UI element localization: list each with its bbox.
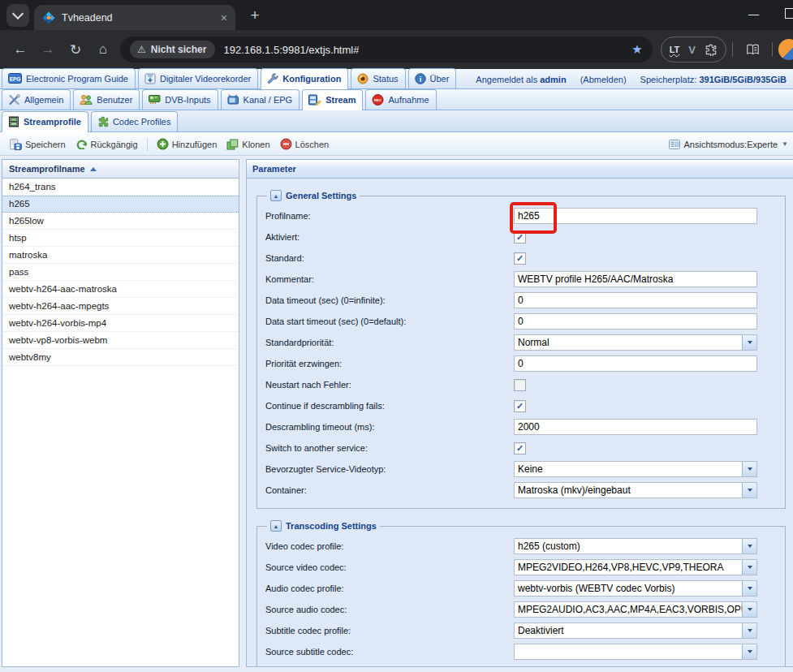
v-extension-icon[interactable]: V xyxy=(688,44,696,56)
field-label: Standard: xyxy=(265,253,514,263)
grid-row-matroska[interactable]: matroska xyxy=(2,247,239,264)
tab-codec-profiles[interactable]: Codec Profiles xyxy=(91,111,179,131)
address-bar[interactable]: ⚠ Nicht sicher 192.168.1.5:9981/extjs.ht… xyxy=(120,37,653,62)
extensions-puzzle-icon[interactable] xyxy=(705,43,718,56)
reading-list-icon[interactable] xyxy=(739,36,766,63)
grid-row-htsp[interactable]: htsp xyxy=(2,230,239,247)
grid-row-h264-trans[interactable]: h264_trans xyxy=(2,179,239,196)
standardpriorit-t-combo[interactable]: Normal xyxy=(514,334,757,351)
tab-status[interactable]: Status xyxy=(351,68,405,88)
extensions-group: LT V xyxy=(661,37,726,62)
field-label: Video codec profile: xyxy=(265,541,514,551)
combo-trigger-icon[interactable] xyxy=(742,644,756,659)
field-label: Audio codec profile: xyxy=(265,584,514,593)
speichern-button[interactable]: Speichern xyxy=(5,136,71,153)
epg-icon: EPG xyxy=(8,73,22,84)
grid-row-webtv-h264-vorbis-mp4[interactable]: webtv-h264-vorbis-mp4 xyxy=(2,315,239,332)
combo-trigger-icon[interactable] xyxy=(742,539,756,554)
reload-button[interactable]: ↻ xyxy=(62,36,89,63)
source-subtitle-codec-combo[interactable] xyxy=(514,644,757,660)
sort-ascending-icon xyxy=(90,167,97,171)
audio-codec-profile-combo[interactable]: webtv-vorbis (WEBTV codec Vorbis) xyxy=(514,580,757,597)
priorit-t-erzwingen-input[interactable]: 0 xyxy=(514,355,757,372)
form-row-data-start-timeout-sec-0-default: Data start timeout (sec) (0=default):0 xyxy=(265,313,777,330)
tab-search-button[interactable] xyxy=(6,4,29,27)
r-ckg-ngig-button[interactable]: Rückgängig xyxy=(71,136,143,152)
rec-icon: REC xyxy=(372,94,384,106)
klonen-button[interactable]: Klonen xyxy=(222,136,274,153)
combo-trigger-icon[interactable] xyxy=(742,560,756,575)
grid-row-h265low[interactable]: h265low xyxy=(2,213,239,230)
form-row-audio-codec-profile: Audio codec profile:webtv-vorbis (WEBTV … xyxy=(265,580,777,597)
bookmark-star-icon[interactable]: ★ xyxy=(631,42,642,57)
switch-to-another-service-checkbox[interactable]: ✓ xyxy=(514,442,526,454)
browser-tab[interactable]: Tvheadend × xyxy=(34,5,235,30)
collapse-icon[interactable]: ▲ xyxy=(270,520,282,532)
close-tab-icon[interactable]: × xyxy=(221,12,227,24)
field-label: Source subtitle codec: xyxy=(265,647,514,657)
combo-trigger-icon[interactable] xyxy=(742,602,756,617)
combo-trigger-icon[interactable] xyxy=(742,623,756,638)
source-audio-codec-combo[interactable]: MPEG2AUDIO,AC3,AAC,MP4A,EAC3,VORBIS,OPUS… xyxy=(514,601,757,618)
hinzuf-gen-button[interactable]: Hinzufügen xyxy=(152,136,222,153)
tab-aufnahme[interactable]: RECAufnahme xyxy=(365,89,436,110)
container-combo[interactable]: Matroska (mkv)/eingebaut xyxy=(514,482,757,498)
field-value: Matroska (mkv)/eingebaut xyxy=(515,485,742,496)
storage-value: 391GiB/5GiB/935GiB xyxy=(699,75,787,84)
grid-row-h265[interactable]: h265 xyxy=(2,196,239,213)
field-label: Descrambling timeout (ms): xyxy=(265,422,514,432)
combo-trigger-icon[interactable] xyxy=(742,581,756,596)
form-row-neustart-nach-fehler: Neustart nach Fehler: xyxy=(265,377,777,393)
forward-button[interactable]: → xyxy=(34,36,62,63)
grid-row-webtv-vp8-vorbis-webm[interactable]: webtv-vp8-vorbis-webm xyxy=(2,332,239,349)
tab-ber[interactable]: iÜber xyxy=(408,68,457,88)
grid-row-webtv-h264-aac-matroska[interactable]: webtv-h264-aac-matroska xyxy=(2,281,239,298)
security-badge[interactable]: ⚠ Nicht sicher xyxy=(130,41,215,58)
parameter-panel-header: Parameter xyxy=(247,160,793,179)
bevorzugter-service-videotyp-combo[interactable]: Keine xyxy=(514,461,757,477)
button-label: Speichern xyxy=(25,140,66,149)
grid-row-webtv8my[interactable]: webtv8my xyxy=(2,349,239,366)
collapse-icon[interactable]: ▲ xyxy=(270,190,282,201)
standard-checkbox[interactable]: ✓ xyxy=(514,252,526,265)
tab-kanal-epg[interactable]: Kanal / EPG xyxy=(221,89,300,110)
tab-digitaler-videorekorder[interactable]: Digitaler Videorekorder xyxy=(138,68,258,88)
window-maximize-button[interactable] xyxy=(785,8,793,19)
subtitle-codec-profile-combo[interactable]: Deaktiviert xyxy=(514,622,757,639)
combo-trigger-icon[interactable] xyxy=(742,462,756,476)
stream-tab-bar: StreamprofileCodec Profiles xyxy=(0,110,793,132)
home-button[interactable]: ⌂ xyxy=(89,36,117,63)
tab-benutzer[interactable]: Benutzer xyxy=(73,89,140,110)
window-minimize-button[interactable]: — xyxy=(748,8,759,20)
grid-row-pass[interactable]: pass xyxy=(2,264,239,281)
kommentar-input[interactable]: WEBTV profile H265/AAC/Matroska xyxy=(514,271,757,287)
tab-dvb-inputs[interactable]: DVB-Inputs xyxy=(142,89,218,110)
combo-trigger-icon[interactable] xyxy=(742,335,756,350)
view-mode-button[interactable]: Ansichtsmodus:Experte ▼ xyxy=(669,140,788,149)
combo-trigger-icon[interactable] xyxy=(742,483,756,498)
profile-avatar[interactable] xyxy=(778,39,793,60)
data-start-timeout-sec-0-default-input[interactable]: 0 xyxy=(514,313,757,330)
tab-stream[interactable]: Stream xyxy=(302,89,363,110)
logout-link[interactable]: (Abmelden) xyxy=(580,75,627,84)
grid-row-webtv-h264-aac-mpegts[interactable]: webtv-h264-aac-mpegts xyxy=(2,298,239,315)
grid-column-header[interactable]: Streamprofilname xyxy=(2,160,239,179)
wrench-icon xyxy=(267,73,278,84)
form-row-subtitle-codec-profile: Subtitle codec profile:Deaktiviert xyxy=(265,622,777,639)
new-tab-button[interactable]: + xyxy=(244,4,266,27)
source-video-codec-combo[interactable]: MPEG2VIDEO,H264,VP8,HEVC,VP9,THEORA xyxy=(514,559,757,575)
tab-konfiguration[interactable]: Konfiguration xyxy=(261,68,348,89)
tab-streamprofile[interactable]: Streamprofile xyxy=(2,111,88,132)
continue-if-descrambling-fails-checkbox[interactable]: ✓ xyxy=(514,400,526,412)
l-schen-button[interactable]: Löschen xyxy=(275,136,334,153)
data-timeout-sec-0-infinite-input[interactable]: 0 xyxy=(514,292,757,308)
tab-allgemein[interactable]: Allgemein xyxy=(2,89,71,110)
tab-electronic-program-guide[interactable]: EPGElectronic Program Guide xyxy=(2,68,136,88)
neustart-nach-fehler-checkbox[interactable] xyxy=(514,379,526,391)
save-icon xyxy=(10,139,22,150)
back-button[interactable]: ← xyxy=(6,36,34,63)
video-codec-profile-combo[interactable]: h265 (custom) xyxy=(514,538,757,554)
languagetool-extension-icon[interactable]: LT xyxy=(670,45,680,54)
url-text: 192.168.1.5:9981/extjs.html# xyxy=(223,44,359,56)
descrambling-timeout-ms-input[interactable]: 2000 xyxy=(514,419,757,435)
